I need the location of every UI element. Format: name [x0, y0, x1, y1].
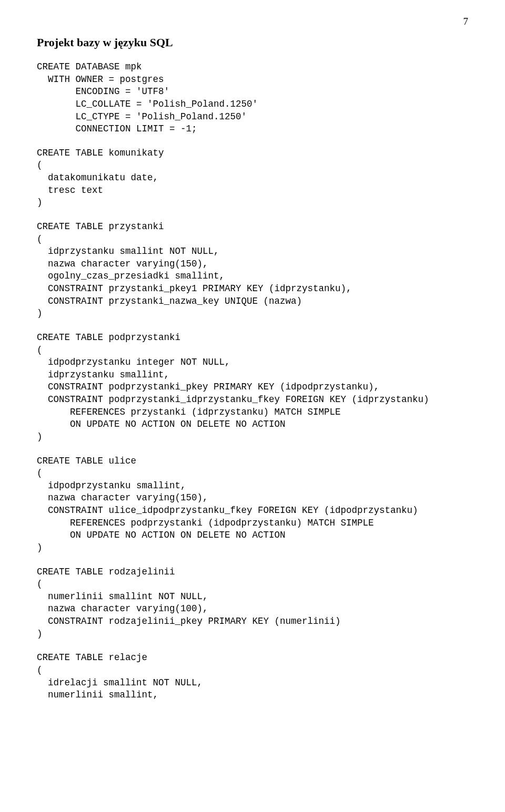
sql-create-table-przystanki: CREATE TABLE przystanki ( idprzystanku s… — [37, 221, 468, 320]
page-heading: Projekt bazy w języku SQL — [37, 36, 468, 49]
sql-create-database: CREATE DATABASE mpk WITH OWNER = postgre… — [37, 61, 468, 136]
sql-create-table-rodzajelinii: CREATE TABLE rodzajelinii ( numerlinii s… — [37, 566, 468, 641]
page-number: 7 — [37, 16, 468, 27]
sql-create-table-relacje: CREATE TABLE relacje ( idrelacji smallin… — [37, 652, 468, 702]
sql-create-table-ulice: CREATE TABLE ulice ( idpodprzystanku sma… — [37, 455, 468, 554]
sql-create-table-komunikaty: CREATE TABLE komunikaty ( datakomunikatu… — [37, 147, 468, 209]
sql-create-table-podprzystanki: CREATE TABLE podprzystanki ( idpodprzyst… — [37, 332, 468, 444]
